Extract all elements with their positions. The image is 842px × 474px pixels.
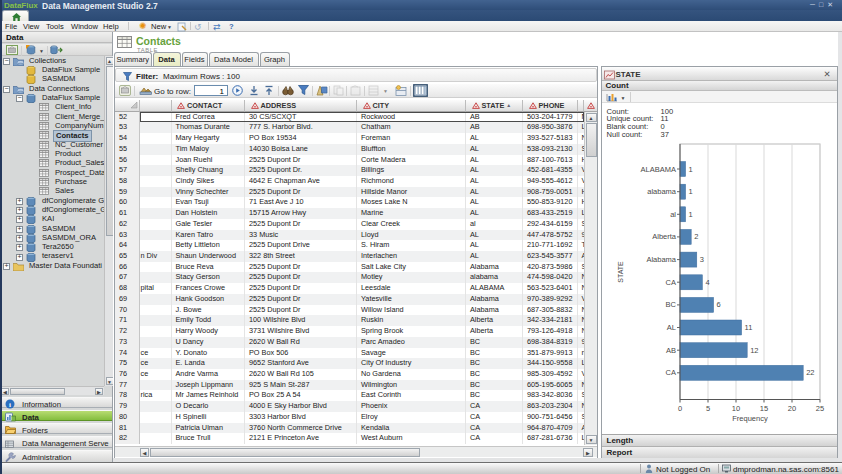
- svg-text:3: 3: [700, 255, 704, 264]
- svg-text:al: al: [670, 210, 676, 219]
- svg-text:4: 4: [705, 278, 709, 287]
- svg-text:Alberta: Alberta: [652, 232, 677, 241]
- svg-text:CA: CA: [666, 368, 676, 377]
- svg-text:20: 20: [788, 404, 796, 413]
- svg-text:6: 6: [717, 300, 721, 309]
- svg-text:BC: BC: [666, 300, 677, 309]
- svg-text:15: 15: [760, 404, 768, 413]
- svg-text:10: 10: [732, 404, 740, 413]
- svg-text:Frequency: Frequency: [732, 414, 768, 423]
- svg-text:22: 22: [806, 368, 814, 377]
- svg-text:11: 11: [745, 323, 753, 332]
- svg-text:5: 5: [706, 404, 710, 413]
- svg-text:1: 1: [689, 187, 693, 196]
- svg-text:Alabama: Alabama: [646, 255, 676, 264]
- svg-text:1: 1: [689, 165, 693, 174]
- svg-text:alabama: alabama: [647, 187, 677, 196]
- svg-text:2: 2: [694, 232, 698, 241]
- svg-text:25: 25: [816, 404, 824, 413]
- svg-text:AB: AB: [666, 346, 676, 355]
- svg-text:ALABAMA: ALABAMA: [641, 165, 676, 174]
- svg-text:12: 12: [750, 346, 758, 355]
- svg-text:CA: CA: [666, 278, 676, 287]
- svg-text:1: 1: [689, 210, 693, 219]
- svg-text:AL: AL: [667, 323, 676, 332]
- svg-text:STATE: STATE: [617, 261, 624, 283]
- svg-text:i: i: [9, 401, 11, 409]
- svg-text:0: 0: [678, 404, 682, 413]
